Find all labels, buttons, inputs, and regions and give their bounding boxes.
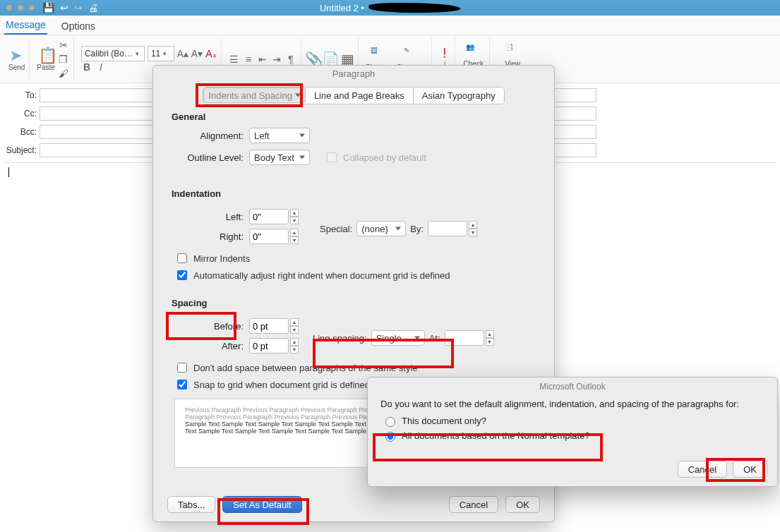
tabs-button[interactable]: Tabs... xyxy=(167,496,215,513)
bold-icon[interactable]: B xyxy=(81,61,92,73)
auto-adjust-grid-label: Automatically adjust right indent when d… xyxy=(193,270,450,281)
special-by-stepper[interactable]: ▲▼ xyxy=(469,221,477,236)
paragraph-cancel-button[interactable]: Cancel xyxy=(449,496,498,513)
all-documents-label: All documents based on the Normal templa… xyxy=(402,430,590,441)
decrease-indent-icon[interactable]: ⇤ xyxy=(257,54,268,65)
line-spacing-at-input[interactable] xyxy=(445,330,484,346)
alignment-select[interactable]: Left xyxy=(249,128,310,143)
by-label: By: xyxy=(410,224,424,234)
redacted-account-icon xyxy=(368,3,460,13)
bullets-icon[interactable]: ☰ xyxy=(229,54,240,65)
minimize-window-icon[interactable] xyxy=(17,4,24,11)
clear-format-icon[interactable]: Aₓ xyxy=(205,48,217,59)
tab-line-breaks[interactable]: Line and Page Breaks xyxy=(306,87,414,104)
increase-font-icon[interactable]: A▴ xyxy=(177,48,188,59)
dialog-tab-segment: Indents and Spacing Line and Page Breaks… xyxy=(203,87,504,104)
tab-asian-typography[interactable]: Asian Typography xyxy=(414,87,504,104)
table-icon[interactable]: ▦ xyxy=(342,54,354,65)
numbering-icon[interactable]: ≡ xyxy=(243,54,254,65)
line-spacing-label: Line spacing: xyxy=(313,333,367,344)
outline-select[interactable]: Body Text xyxy=(249,150,310,165)
tab-message[interactable]: Message xyxy=(4,16,47,35)
bcc-label: Bcc: xyxy=(0,127,40,137)
spacing-before-input[interactable] xyxy=(249,318,289,334)
pictures-icon: 🖼 xyxy=(371,47,386,62)
save-icon[interactable]: 💾 xyxy=(42,2,54,13)
paragraph-ok-button[interactable]: OK xyxy=(505,496,540,513)
at-label: At: xyxy=(429,333,440,344)
font-name-select[interactable]: Calibri (Bo…▾ xyxy=(81,46,145,61)
format-painter-icon[interactable]: 🖌 xyxy=(58,68,69,79)
line-spacing-at-stepper[interactable]: ▲▼ xyxy=(486,330,494,346)
spacing-after-label: After: xyxy=(172,341,249,351)
to-label: To: xyxy=(0,90,40,100)
check-names-icon: 👥 xyxy=(466,43,481,59)
popup-cancel-button[interactable]: Cancel xyxy=(678,461,727,478)
tab-indents-spacing[interactable]: Indents and Spacing xyxy=(203,87,306,103)
attach-item-icon[interactable]: 📄 xyxy=(325,54,337,65)
send-label: Send xyxy=(8,64,25,71)
popup-ok-button[interactable]: OK xyxy=(733,461,767,478)
send-button[interactable]: ➤ Send xyxy=(8,47,25,71)
print-icon[interactable]: 🖨 xyxy=(88,2,98,13)
text-cursor-icon xyxy=(8,167,9,177)
special-label: Special: xyxy=(320,224,352,234)
increase-indent-icon[interactable]: ⇥ xyxy=(271,54,282,65)
line-spacing-select[interactable]: Single xyxy=(371,330,425,346)
subject-label: Subject: xyxy=(0,145,40,155)
alignment-label: Alignment: xyxy=(172,131,249,141)
mirror-indents-checkbox[interactable] xyxy=(177,253,187,263)
window-titlebar: 💾 ↩ ↪ 🖨 Untitled 2 • xyxy=(0,0,780,16)
spacing-after-stepper[interactable]: ▲▼ xyxy=(290,338,299,353)
collapsed-checkbox xyxy=(327,152,337,162)
snap-grid-label: Snap to grid when document grid is defin… xyxy=(193,380,370,390)
spacing-after-input[interactable] xyxy=(249,338,289,353)
this-document-label: This document only? xyxy=(402,416,486,426)
collapsed-label: Collapsed by default xyxy=(343,152,426,163)
indent-left-stepper[interactable]: ▲▼ xyxy=(290,209,299,224)
auto-adjust-grid-checkbox[interactable] xyxy=(177,270,187,280)
italic-icon[interactable]: I xyxy=(95,61,107,73)
special-select[interactable]: (none) xyxy=(356,221,406,236)
outline-label: Outline Level: xyxy=(172,152,249,163)
set-default-popup: Microsoft Outlook Do you want to set the… xyxy=(367,377,778,487)
close-window-icon[interactable] xyxy=(6,4,13,11)
signature-icon: ✎ xyxy=(404,47,419,62)
maximize-window-icon[interactable] xyxy=(28,4,35,11)
clipboard-icon: 📋 xyxy=(38,47,54,62)
window-title: Untitled 2 • xyxy=(320,3,364,13)
redo-icon[interactable]: ↪ xyxy=(74,2,83,13)
this-document-radio[interactable] xyxy=(385,417,395,427)
indent-left-label: Left: xyxy=(172,212,249,222)
decrease-font-icon[interactable]: A▾ xyxy=(191,48,203,59)
spacing-before-label: Before: xyxy=(172,321,249,332)
indentation-heading: Indentation xyxy=(172,188,536,199)
indent-right-input[interactable] xyxy=(249,229,289,244)
indent-right-label: Right: xyxy=(172,231,249,242)
special-by-input[interactable] xyxy=(428,221,467,236)
attach-file-icon[interactable]: 📎 xyxy=(308,54,320,65)
popup-question: Do you want to set the default alignment… xyxy=(380,399,764,409)
all-documents-radio[interactable] xyxy=(385,432,395,442)
pilcrow-icon[interactable]: ¶ xyxy=(285,54,296,65)
paste-label: Paste xyxy=(37,64,55,71)
general-heading: General xyxy=(172,111,536,122)
tab-options[interactable]: Options xyxy=(60,18,97,35)
spacing-heading: Spacing xyxy=(172,298,536,308)
no-space-same-style-checkbox[interactable] xyxy=(177,363,187,373)
popup-title: Microsoft Outlook xyxy=(368,377,777,396)
undo-icon[interactable]: ↩ xyxy=(60,2,68,13)
spacing-before-stepper[interactable]: ▲▼ xyxy=(290,318,299,334)
indent-right-stepper[interactable]: ▲▼ xyxy=(290,229,299,244)
set-as-default-button[interactable]: Set As Default xyxy=(222,496,301,513)
send-icon: ➤ xyxy=(9,47,25,62)
snap-grid-checkbox[interactable] xyxy=(177,380,187,389)
mirror-indents-label: Mirror Indents xyxy=(193,253,250,264)
window-controls[interactable] xyxy=(6,4,35,11)
no-space-same-style-label: Don't add space between paragraphs of th… xyxy=(193,363,418,373)
font-size-select[interactable]: 11▾ xyxy=(148,46,174,61)
copy-icon[interactable]: ❐ xyxy=(58,54,69,65)
paste-button[interactable]: 📋 Paste xyxy=(37,47,55,71)
indent-left-input[interactable] xyxy=(249,209,289,224)
cut-icon[interactable]: ✂ xyxy=(58,40,69,51)
